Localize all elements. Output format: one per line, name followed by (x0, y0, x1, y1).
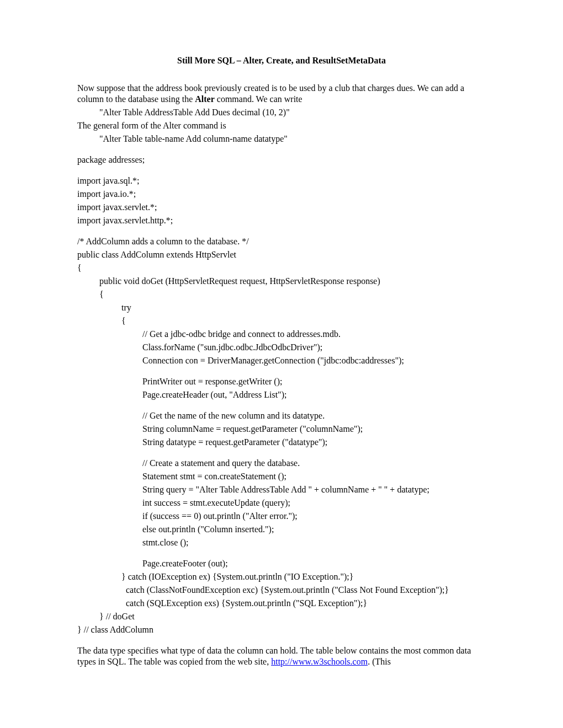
alter-bold: Alter (195, 94, 215, 104)
code-line-class: public class AddColumn extends HttpServl… (77, 249, 486, 260)
intro-paragraph-1: Now suppose that the address book previo… (77, 83, 486, 105)
code-line-open-brace-3: { (77, 315, 486, 326)
code-line-query: String query = "Alter Table AddressTable… (77, 484, 486, 495)
code-line-catch-sql: catch (SQLException exs) {System.out.pri… (77, 598, 486, 609)
code-line-catch-cnf: catch (ClassNotFoundException exc) {Syst… (77, 585, 486, 596)
code-line-class-forname: Class.forName ("sun.jdbc.odbc.JdbcOdbcDr… (77, 342, 486, 353)
code-line-close: stmt.close (); (77, 537, 486, 548)
intro-code-1: "Alter Table AddressTable Add Dues decim… (77, 107, 486, 118)
code-line-import-http: import javax.servlet.http.*; (77, 215, 486, 226)
code-line-comment: /* AddColumn adds a column to the databa… (77, 236, 486, 247)
code-line-end-doget: } // doGet (77, 611, 486, 622)
outro-text-1b: . (This (368, 657, 391, 666)
code-line-createheader: Page.createHeader (out, "Address List"); (77, 389, 486, 400)
intro-code-2: "Alter Table table-name Add column-name … (77, 133, 486, 144)
code-line-if: if (success == 0) out.println ("Alter er… (77, 511, 486, 522)
code-line-comment-column: // Get the name of the new column and it… (77, 410, 486, 421)
code-line-printwriter: PrintWriter out = response.getWriter (); (77, 376, 486, 387)
intro-text-1c: command. We can write (215, 94, 302, 104)
code-line-try: try (77, 302, 486, 313)
w3schools-link[interactable]: http://www.w3schools.com (271, 657, 368, 666)
code-line-else: else out.println ("Column inserted."); (77, 524, 486, 535)
code-line-import-io: import java.io.*; (77, 189, 486, 200)
code-line-statement: Statement stmt = con.createStatement (); (77, 471, 486, 482)
code-line-datatype: String datatype = request.getParameter (… (77, 437, 486, 448)
code-line-catch-io: } catch (IOException ex) {System.out.pri… (77, 571, 486, 582)
code-line-footer: Page.createFooter (out); (77, 558, 486, 569)
code-line-comment-stmt: // Create a statement and query the data… (77, 458, 486, 469)
intro-paragraph-2: The general form of the Alter command is (77, 120, 486, 131)
document-page: Still More SQL – Alter, Create, and Resu… (0, 0, 563, 728)
code-line-success: int success = stmt.executeUpdate (query)… (77, 497, 486, 508)
code-line-end-class: } // class AddColumn (77, 624, 486, 635)
code-line-package: package addresses; (77, 154, 486, 165)
page-title: Still More SQL – Alter, Create, and Resu… (77, 55, 486, 66)
code-line-open-brace-2: { (77, 289, 486, 300)
code-line-connection: Connection con = DriverManager.getConnec… (77, 355, 486, 366)
code-line-open-brace: { (77, 263, 486, 274)
code-line-doget: public void doGet (HttpServletRequest re… (77, 276, 486, 287)
code-line-import-sql: import java.sql.*; (77, 175, 486, 186)
outro-paragraph: The data type specifies what type of dat… (77, 645, 486, 667)
code-line-import-servlet: import javax.servlet.*; (77, 202, 486, 213)
code-line-comment-jdbc: // Get a jdbc-odbc bridge and connect to… (77, 329, 486, 340)
code-line-columnname: String columnName = request.getParameter… (77, 424, 486, 435)
